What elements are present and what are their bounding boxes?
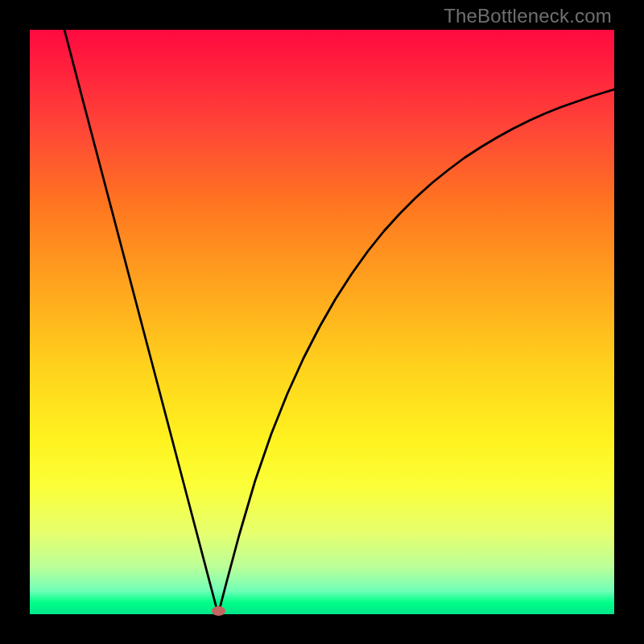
chart-frame: TheBottleneck.com [0,0,644,644]
watermark-text: TheBottleneck.com [444,5,612,27]
plot-area [30,30,614,614]
bottleneck-curve [30,30,614,614]
minimum-marker [212,606,225,616]
